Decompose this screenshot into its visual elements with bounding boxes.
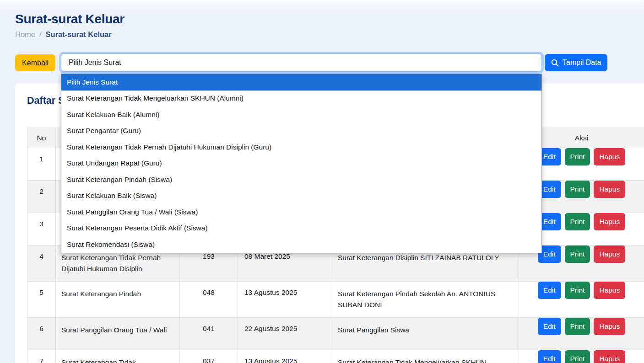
table-row: 7 Surat Keterangan Tidak Mengeluarkan SK… — [27, 350, 644, 363]
letter-type-select[interactable]: Pilih Jenis Surat — [61, 53, 542, 72]
print-button[interactable]: Print — [565, 282, 590, 299]
delete-button[interactable]: Hapus — [594, 246, 625, 263]
print-button[interactable]: Print — [565, 246, 590, 263]
cell-keterangan: Surat Panggilan Siswa — [333, 318, 519, 350]
print-button[interactable]: Print — [565, 318, 590, 335]
delete-button[interactable]: Hapus — [594, 282, 625, 299]
delete-button[interactable]: Hapus — [594, 318, 625, 335]
cell-no: 1 — [27, 148, 56, 181]
letter-type-dropdown: Pilih Jenis Surat Surat Keterangan Tidak… — [61, 74, 542, 253]
select-option[interactable]: Surat Keterangan Peserta Didik Aktif (Si… — [61, 220, 541, 237]
cell-nomor: 048 — [180, 282, 238, 318]
print-button[interactable]: Print — [565, 213, 590, 230]
select-option[interactable]: Surat Keterangan Tidak Pernah Dijatuhi H… — [61, 139, 541, 155]
search-icon — [551, 59, 559, 67]
print-button[interactable]: Print — [565, 181, 590, 198]
cell-no: 3 — [27, 213, 56, 246]
cell-tanggal: 13 Agustus 2025 — [238, 282, 333, 318]
select-option[interactable]: Surat Pengantar (Guru) — [61, 123, 541, 139]
select-option[interactable]: Pilih Jenis Surat — [61, 74, 541, 91]
breadcrumb-current: Surat-surat Keluar — [46, 30, 112, 39]
col-header-no: No — [27, 128, 56, 148]
page-title: Surat-surat Keluar — [15, 12, 124, 27]
delete-button[interactable]: Hapus — [594, 350, 625, 363]
print-button[interactable]: Print — [565, 350, 590, 363]
select-option[interactable]: Surat Keterangan Pindah (Siswa) — [61, 171, 541, 188]
table-row: 6 Surat Panggilan Orang Tua / Wali 041 2… — [27, 318, 644, 350]
breadcrumb: Home / Surat-surat Keluar — [15, 30, 124, 39]
cell-keterangan: Surat Keterangan Tidak Mengeluarkan SKHU… — [333, 350, 519, 363]
breadcrumb-home-link[interactable]: Home — [15, 30, 35, 39]
show-data-label: Tampil Data — [563, 59, 601, 67]
cell-no: 7 — [27, 350, 56, 363]
delete-button[interactable]: Hapus — [594, 213, 625, 230]
select-option[interactable]: Surat Undangan Rapat (Guru) — [61, 155, 541, 172]
cell-jenis: Surat Keterangan Tidak Mengeluarkan SKHU… — [56, 350, 180, 363]
page-header: Surat-surat Keluar Home / Surat-surat Ke… — [15, 12, 124, 39]
edit-button[interactable]: Edit — [538, 318, 561, 335]
cell-nomor: 037 — [180, 350, 238, 363]
select-option[interactable]: Surat Panggilan Orang Tua / Wali (Siswa) — [61, 204, 541, 220]
select-option[interactable]: Surat Keterangan Tidak Mengeluarkan SKHU… — [61, 91, 541, 107]
cell-tanggal: 22 Agustus 2025 — [238, 318, 333, 350]
select-option[interactable]: Surat Kelakuan Baik (Alumni) — [61, 107, 541, 123]
cell-jenis: Surat Panggilan Orang Tua / Wali — [56, 318, 180, 350]
show-data-button[interactable]: Tampil Data — [545, 54, 607, 71]
cell-tanggal: 13 Agustus 2025 — [238, 350, 333, 363]
select-option[interactable]: Surat Kelakuan Baik (Siswa) — [61, 188, 541, 204]
cell-keterangan: Surat Keterangan Pindah Sekolah An. ANTO… — [333, 282, 519, 318]
delete-button[interactable]: Hapus — [594, 148, 625, 165]
delete-button[interactable]: Hapus — [594, 181, 625, 198]
table-row: 5 Surat Keterangan Pindah 048 13 Agustus… — [27, 282, 644, 318]
select-option[interactable]: Surat Rekomendasi (Siswa) — [61, 236, 541, 253]
cell-no: 4 — [27, 246, 56, 282]
cell-jenis: Surat Keterangan Pindah — [56, 282, 180, 318]
edit-button[interactable]: Edit — [538, 282, 561, 299]
letter-type-select-value: Pilih Jenis Surat — [69, 59, 121, 67]
cell-no: 5 — [27, 282, 56, 318]
print-button[interactable]: Print — [565, 148, 590, 165]
cell-no: 2 — [27, 181, 56, 213]
cell-nomor: 041 — [180, 318, 238, 350]
breadcrumb-separator: / — [39, 30, 42, 39]
back-button[interactable]: Kembali — [15, 54, 55, 71]
cell-no: 6 — [27, 318, 56, 350]
edit-button[interactable]: Edit — [538, 350, 561, 363]
